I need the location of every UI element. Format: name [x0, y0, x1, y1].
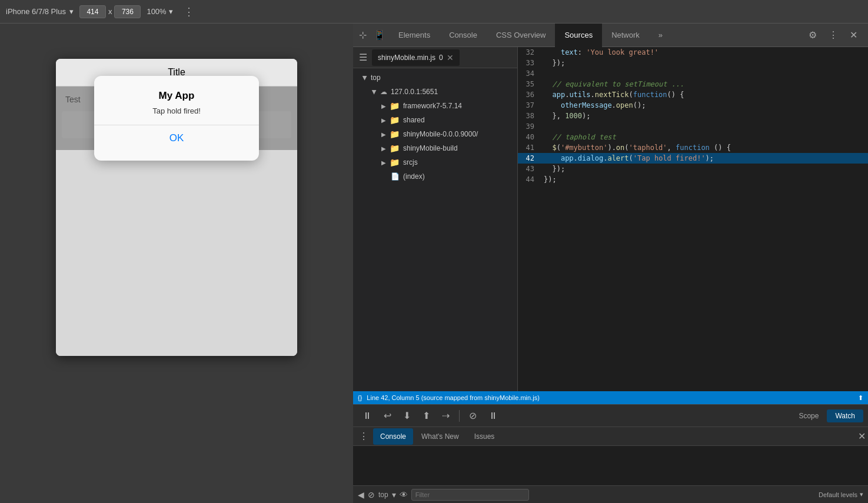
dialog-message: Tap hold fired! [106, 106, 247, 115]
file-tree: ▶ top ▶ ☁ 127.0.0.1:5651 ▶ 📁 framework7-… [353, 68, 517, 186]
folder-icon-shiny-mobile: 📁 [390, 129, 400, 139]
dialog-ok-button[interactable]: OK [106, 125, 247, 151]
file-icon-index: 📄 [391, 172, 400, 181]
folder-icon-shared: 📁 [390, 115, 400, 125]
tab-sources[interactable]: Sources [555, 24, 602, 47]
console-eye-icon[interactable]: 👁 [400, 490, 408, 499]
tree-shiny-build-label: shinyMobile-build [403, 144, 458, 152]
status-bar: {} Line 42, Column 5 (source mapped from… [353, 391, 868, 404]
dialog-box: My App Tap hold fired! OK [94, 76, 259, 161]
code-editor[interactable]: 32 text: 'You look great!' 33 }); 34 35 … [518, 47, 868, 391]
tree-item-server[interactable]: ▶ ☁ 127.0.0.1:5651 [353, 85, 517, 99]
zoom-dropdown-icon[interactable]: ▾ [169, 7, 173, 16]
code-line-44: 44 }); [518, 174, 868, 185]
cloud-icon: ☁ [380, 88, 387, 96]
code-line-36: 36 app.utils.nextTick(function() { [518, 89, 868, 100]
tab-console[interactable]: Console [440, 24, 487, 47]
arrow-shiny-mobile: ▶ [381, 131, 386, 138]
console-block-icon[interactable]: ⊘ [368, 490, 375, 499]
console-tab-console[interactable]: Console [373, 428, 413, 445]
devtools-mobile-icon[interactable]: 📱 [370, 27, 389, 43]
arrow-srcjs: ▶ [381, 159, 386, 166]
console-options-icon[interactable]: ⋮ [355, 431, 372, 442]
tree-item-shiny-mobile[interactable]: ▶ 📁 shinyMobile-0.0.0.9000/ [353, 127, 517, 141]
debug-separator [459, 410, 460, 422]
tree-item-srcjs[interactable]: ▶ 📁 srcjs [353, 155, 517, 169]
arrow-server: ▶ [371, 89, 378, 94]
default-levels-dropdown-icon[interactable]: ▾ [860, 491, 863, 498]
console-bottom-bar: ◀ ⊘ top ▾ 👁 Default levels ▾ [353, 485, 868, 503]
toolbar-more-button[interactable]: ⋮ [179, 5, 199, 18]
source-tab-label: shinyMobile.min.js [378, 54, 435, 62]
device-dropdown-icon[interactable]: ▾ [69, 7, 74, 16]
console-tab-right: ✕ [856, 431, 866, 442]
status-right-icon[interactable]: ⬆ [858, 394, 863, 402]
watch-tab[interactable]: Watch [827, 409, 863, 422]
tree-framework7-label: framework7-5.7.14 [403, 102, 462, 110]
step-out-button[interactable]: ⬆ [418, 408, 435, 424]
tree-server-label: 127.0.0.1:5651 [391, 88, 438, 96]
code-line-34: 34 [518, 68, 868, 79]
height-input[interactable] [114, 5, 141, 18]
debug-toolbar: ⏸ ↩ ⬇ ⬆ ⇢ ⊘ ⏸ Scope Watch [353, 404, 868, 427]
tree-item-top[interactable]: ▶ top [353, 71, 517, 85]
step-over-button[interactable]: ↩ [379, 408, 396, 424]
tree-item-shared[interactable]: ▶ 📁 shared [353, 113, 517, 127]
step-button[interactable]: ⇢ [437, 408, 454, 424]
scope-watch-tabs: Scope Watch [790, 409, 863, 422]
device-preview-panel: Title Test Large Red Button My App Tap h… [0, 24, 353, 503]
tree-item-index[interactable]: 📄 (index) [353, 169, 517, 184]
code-line-41: 41 $('#mybutton').on('taphold', function… [518, 142, 868, 153]
arrow-framework7: ▶ [381, 103, 386, 109]
width-input[interactable] [79, 5, 106, 18]
dimension-inputs: x [79, 5, 141, 18]
console-close-icon[interactable]: ✕ [858, 431, 866, 442]
console-tab-whats-new[interactable]: What's New [414, 428, 466, 445]
code-line-33: 33 }); [518, 58, 868, 68]
toggle-sidebar-icon[interactable]: ☰ [355, 49, 371, 65]
status-braces[interactable]: {} [358, 394, 362, 401]
dialog-title: My App [106, 90, 247, 102]
scope-tab[interactable]: Scope [790, 409, 827, 422]
tab-elements[interactable]: Elements [389, 24, 440, 47]
more-options-icon[interactable]: ⋮ [825, 27, 842, 43]
devtools-cursor-icon[interactable]: ⊹ [355, 27, 370, 43]
console-tab-bar: ⋮ Console What's New Issues ✕ [353, 427, 868, 446]
console-tab-issues[interactable]: Issues [467, 428, 502, 445]
zoom-selector[interactable]: 100% ▾ [141, 7, 178, 16]
deactivate-button[interactable]: ⊘ [464, 408, 481, 424]
devtools-right-icons: ⚙ ⋮ ✕ [805, 27, 866, 43]
console-area: ⋮ Console What's New Issues ✕ ◀ ⊘ top ▾ [353, 427, 868, 503]
devtools-middle: ☰ shinyMobile.min.js 0 ✕ ▶ top [353, 47, 868, 391]
arrow-top: ▶ [362, 75, 368, 80]
pause2-button[interactable]: ⏸ [484, 408, 503, 424]
device-selector[interactable]: iPhone 6/7/8 Plus ▾ [0, 7, 79, 16]
phone-frame: Title Test Large Red Button My App Tap h… [56, 59, 297, 356]
phone-body: Test Large Red Button My App Tap hold fi… [56, 86, 297, 150]
pause-button[interactable]: ⏸ [358, 408, 377, 424]
arrow-shiny-build: ▶ [381, 145, 386, 152]
console-dropdown-icon[interactable]: ▾ [392, 490, 396, 499]
tab-more[interactable]: » [649, 24, 672, 47]
tree-shared-label: shared [403, 116, 425, 124]
close-devtools-icon[interactable]: ✕ [846, 27, 861, 43]
zoom-label: 100% [147, 7, 166, 16]
step-into-button[interactable]: ⬇ [398, 408, 415, 424]
tab-css-overview[interactable]: CSS Overview [487, 24, 556, 47]
settings-icon[interactable]: ⚙ [805, 27, 820, 43]
console-back-icon[interactable]: ◀ [358, 490, 364, 499]
default-levels: Default levels ▾ [819, 491, 863, 498]
source-tab-close[interactable]: ✕ [447, 53, 454, 62]
devtools-tab-bar: ⊹ 📱 Elements Console CSS Overview Source… [353, 24, 868, 47]
folder-icon-framework7: 📁 [390, 101, 400, 111]
folder-icon-srcjs: 📁 [390, 158, 400, 167]
code-line-32: 32 text: 'You look great!' [518, 47, 868, 58]
source-tab-shiny[interactable]: shinyMobile.min.js 0 ✕ [372, 49, 460, 66]
tab-network[interactable]: Network [602, 24, 649, 47]
console-filter-input[interactable] [411, 489, 529, 501]
tree-shiny-mobile-label: shinyMobile-0.0.0.9000/ [403, 130, 478, 138]
code-line-38: 38 }, 1000); [518, 111, 868, 121]
tree-item-shiny-build[interactable]: ▶ 📁 shinyMobile-build [353, 141, 517, 155]
tree-srcjs-label: srcjs [403, 158, 418, 166]
tree-item-framework7[interactable]: ▶ 📁 framework7-5.7.14 [353, 99, 517, 113]
